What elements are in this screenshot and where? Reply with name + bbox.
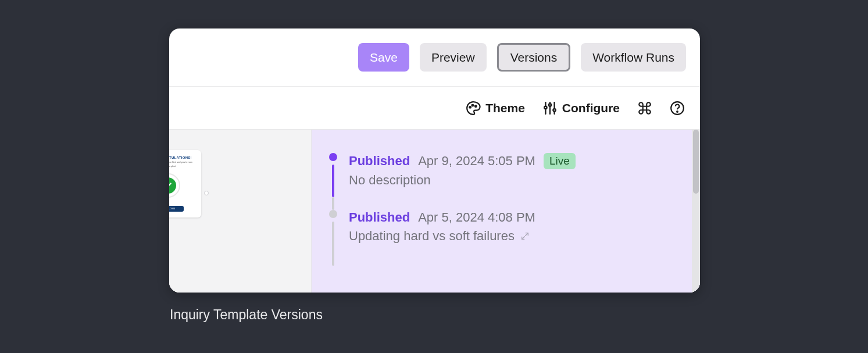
- svg-point-1: [472, 104, 474, 106]
- preview-login-button: E TO LOGIN: [169, 206, 184, 212]
- expand-icon[interactable]: [520, 231, 530, 241]
- configure-button[interactable]: Configure: [542, 101, 620, 116]
- preview-subtitle-2: a plan!: [169, 165, 195, 167]
- svg-point-5: [544, 106, 546, 108]
- timeline-line-active: [332, 165, 334, 197]
- preview-success-circle: [169, 173, 180, 198]
- svg-point-2: [475, 105, 477, 107]
- canvas-connector-dot[interactable]: [204, 191, 209, 195]
- app-card: Save Preview Versions Workflow Runs Them…: [169, 28, 700, 293]
- workflow-runs-button[interactable]: Workflow Runs: [581, 43, 686, 72]
- timeline-line: [332, 197, 334, 210]
- help-button[interactable]: [670, 101, 685, 116]
- save-button[interactable]: Save: [358, 43, 409, 72]
- checkmark-icon: [169, 177, 176, 194]
- configure-label: Configure: [562, 101, 620, 115]
- content-area: TULATIONS! ve fled and you're now a plan…: [169, 130, 700, 293]
- theme-label: Theme: [485, 101, 525, 115]
- command-icon: [637, 101, 652, 116]
- preview-button[interactable]: Preview: [420, 43, 487, 72]
- version-status: Published: [349, 154, 410, 169]
- scrollbar-thumb[interactable]: [693, 130, 699, 194]
- timeline-marker: [329, 153, 337, 210]
- theme-button[interactable]: Theme: [466, 101, 525, 116]
- version-entry[interactable]: Published Apr 5, 2024 4:08 PM Updating h…: [329, 210, 683, 266]
- svg-point-11: [553, 109, 555, 111]
- keyboard-shortcuts-button[interactable]: [637, 101, 652, 116]
- version-status: Published: [349, 210, 410, 225]
- live-badge: Live: [544, 153, 576, 169]
- timeline-line: [332, 222, 334, 266]
- preview-subtitle-1: ve fled and you're now: [169, 161, 195, 163]
- figure-caption: Inquiry Template Versions: [170, 307, 323, 323]
- version-date: Apr 5, 2024 4:08 PM: [418, 210, 535, 225]
- versions-button[interactable]: Versions: [497, 43, 571, 72]
- sub-toolbar: Theme Configure: [169, 87, 700, 130]
- svg-point-13: [677, 111, 678, 112]
- scrollbar[interactable]: [692, 130, 700, 293]
- canvas-preview: TULATIONS! ve fled and you're now a plan…: [169, 130, 312, 293]
- svg-point-8: [549, 104, 551, 106]
- preview-title: TULATIONS!: [169, 156, 195, 159]
- svg-point-0: [469, 106, 471, 108]
- timeline-dot-active: [329, 153, 337, 161]
- timeline-marker: [329, 210, 337, 266]
- top-toolbar: Save Preview Versions Workflow Runs: [169, 28, 700, 87]
- version-description: No description: [349, 173, 576, 188]
- palette-icon: [466, 101, 481, 116]
- help-icon: [670, 101, 685, 116]
- version-description: Updating hard vs soft failures: [349, 229, 535, 244]
- version-entry[interactable]: Published Apr 9, 2024 5:05 PM Live No de…: [329, 153, 683, 210]
- version-date: Apr 9, 2024 5:05 PM: [418, 154, 535, 169]
- sliders-icon: [542, 101, 558, 116]
- timeline-dot: [329, 210, 337, 218]
- preview-step-card[interactable]: TULATIONS! ve fled and you're now a plan…: [169, 150, 201, 217]
- versions-panel: Published Apr 9, 2024 5:05 PM Live No de…: [312, 130, 700, 293]
